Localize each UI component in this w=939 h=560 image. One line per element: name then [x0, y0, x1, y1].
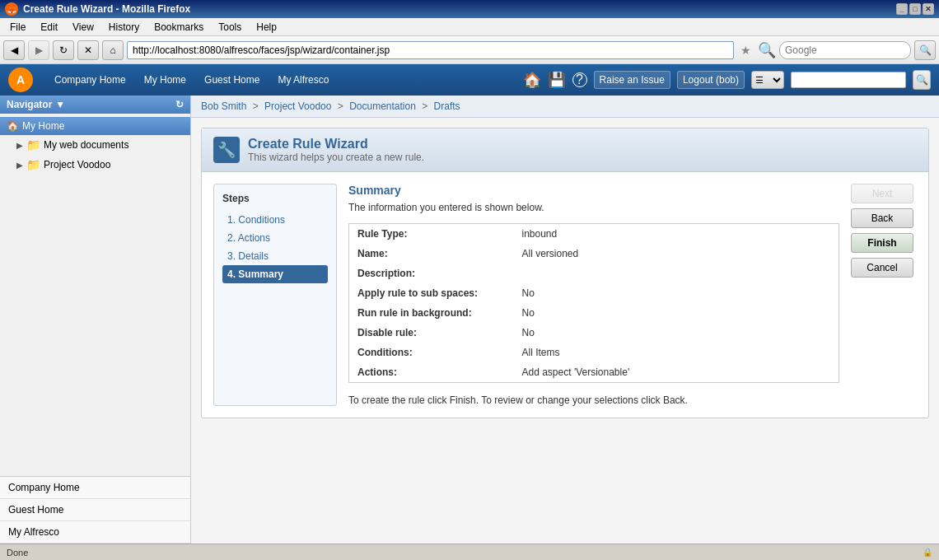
cancel-button[interactable]: Cancel	[851, 258, 913, 278]
menu-view[interactable]: View	[66, 20, 100, 35]
search-input[interactable]	[779, 41, 911, 59]
breadcrumb-bob[interactable]: Bob Smith	[201, 100, 246, 112]
field-value-name: All versioned	[514, 244, 839, 264]
step-summary[interactable]: 4. Summary	[222, 265, 328, 283]
forward-button[interactable]: ▶	[28, 40, 49, 60]
table-row: Run rule in background: No	[349, 303, 839, 323]
folder-icon-2: 📁	[26, 158, 40, 171]
back-button-wizard[interactable]: Back	[851, 208, 913, 228]
summary-table: Rule Type: inbound Name: All versioned D…	[348, 223, 839, 383]
finish-button[interactable]: Finish	[851, 233, 913, 253]
bookmark-star[interactable]: ★	[737, 44, 754, 57]
nav-company-home[interactable]: Company Home	[46, 71, 134, 89]
sidebar-guest-home[interactable]: Guest Home	[0, 499, 190, 521]
field-value-background: No	[514, 303, 839, 323]
wizard-header: 🔧 Create Rule Wizard This wizard helps y…	[202, 128, 928, 172]
close-button[interactable]: ✕	[923, 3, 934, 15]
minimize-button[interactable]: _	[896, 3, 908, 15]
nav-my-alfresco[interactable]: My Alfresco	[269, 71, 337, 89]
field-value-disable: No	[514, 323, 839, 343]
maximize-button[interactable]: □	[909, 3, 921, 15]
header-search-button[interactable]: 🔍	[913, 70, 931, 90]
menu-tools[interactable]: Tools	[212, 20, 248, 35]
home-button[interactable]: ⌂	[102, 40, 124, 60]
logout-button[interactable]: Logout (bob)	[677, 71, 745, 89]
step-details[interactable]: 3. Details	[222, 247, 328, 265]
main-layout: Navigator ▼ ↻ 🏠 My Home ▶ 📁 My web docum…	[0, 96, 939, 544]
wizard-body: Steps 1. Conditions 2. Actions 3. Detail…	[202, 172, 928, 418]
steps-panel: Steps 1. Conditions 2. Actions 3. Detail…	[213, 184, 337, 406]
sidebar-bottom: Company Home Guest Home My Alfresco	[0, 476, 190, 544]
sidebar-item-project-voodoo[interactable]: ▶ 📁 Project Voodoo	[0, 155, 190, 175]
sidebar-item-my-home[interactable]: 🏠 My Home	[0, 117, 190, 135]
summary-title: Summary	[348, 184, 839, 197]
status-bar: Done 🔒	[0, 544, 939, 560]
table-row: Name: All versioned	[349, 244, 839, 264]
breadcrumb-docs[interactable]: Documentation	[349, 100, 416, 112]
window-controls: _ □ ✕	[896, 3, 934, 15]
summary-footer: To create the rule click Finish. To revi…	[348, 394, 839, 406]
url-input[interactable]	[127, 41, 734, 59]
navigator-dropdown-icon[interactable]: ▼	[55, 99, 65, 110]
field-label-subspaces: Apply rule to sub spaces:	[349, 283, 514, 303]
sidebar-item-my-web-docs[interactable]: ▶ 📁 My web documents	[0, 135, 190, 155]
nav-my-home[interactable]: My Home	[136, 71, 194, 89]
arrow-icon: ▶	[16, 141, 23, 150]
menu-history[interactable]: History	[102, 20, 146, 35]
step-conditions[interactable]: 1. Conditions	[222, 211, 328, 229]
field-label-conditions: Conditions:	[349, 343, 514, 362]
status-text: Done	[7, 548, 28, 558]
header-icon-2[interactable]: 💾	[548, 71, 566, 89]
app-nav: Company Home My Home Guest Home My Alfre…	[46, 71, 510, 89]
sidebar-refresh-icon[interactable]: ↻	[175, 99, 184, 110]
sidebar-company-home[interactable]: Company Home	[0, 477, 190, 499]
steps-title: Steps	[222, 193, 328, 204]
summary-intro: The information you entered is shown bel…	[348, 202, 839, 213]
table-row: Rule Type: inbound	[349, 224, 839, 245]
home-icon: 🏠	[7, 120, 19, 132]
firefox-icon: 🦊	[5, 2, 18, 16]
refresh-button[interactable]: ↻	[53, 40, 74, 60]
view-selector[interactable]: ☰	[751, 71, 784, 89]
field-label-disable: Disable rule:	[349, 323, 514, 343]
menu-bar: File Edit View History Bookmarks Tools H…	[0, 18, 939, 36]
wizard-container: 🔧 Create Rule Wizard This wizard helps y…	[201, 128, 929, 418]
window-title: Create Rule Wizard - Mozilla Firefox	[23, 3, 190, 15]
menu-edit[interactable]: Edit	[34, 20, 64, 35]
header-search-input[interactable]	[791, 72, 906, 88]
navigator-label: Navigator	[7, 99, 52, 110]
raise-issue-button[interactable]: Raise an Issue	[594, 71, 670, 89]
summary-panel: Summary The information you entered is s…	[348, 184, 839, 406]
app-logo: A	[8, 68, 33, 92]
menu-bookmarks[interactable]: Bookmarks	[147, 20, 210, 35]
menu-help[interactable]: Help	[250, 20, 283, 35]
google-icon: 🔍	[758, 41, 776, 59]
menu-file[interactable]: File	[3, 20, 32, 35]
field-label-background: Run rule in background:	[349, 303, 514, 323]
header-icon-help[interactable]: ?	[572, 72, 587, 87]
field-label-actions: Actions:	[349, 362, 514, 383]
folder-icon: 📁	[26, 138, 40, 152]
breadcrumb-drafts[interactable]: Drafts	[434, 100, 460, 112]
header-icon-1[interactable]: 🏠	[523, 71, 541, 89]
step-actions[interactable]: 2. Actions	[222, 229, 328, 247]
breadcrumb-project[interactable]: Project Voodoo	[264, 100, 331, 112]
wizard-subtitle: This wizard helps you create a new rule.	[248, 152, 424, 163]
search-button[interactable]: 🔍	[914, 40, 936, 60]
action-buttons: Next Back Finish Cancel	[851, 184, 917, 406]
back-button[interactable]: ◀	[3, 40, 25, 60]
nav-guest-home[interactable]: Guest Home	[196, 71, 268, 89]
sidebar-header: Navigator ▼ ↻	[0, 96, 190, 114]
next-button[interactable]: Next	[851, 184, 913, 203]
table-row: Apply rule to sub spaces: No	[349, 283, 839, 303]
sidebar-my-alfresco[interactable]: My Alfresco	[0, 521, 190, 544]
status-icon: 🔒	[923, 548, 932, 557]
field-value-ruletype: inbound	[514, 224, 839, 245]
app-header: A Company Home My Home Guest Home My Alf…	[0, 64, 939, 96]
wizard-icon: 🔧	[213, 137, 240, 163]
field-label-ruletype: Rule Type:	[349, 224, 514, 245]
content-area: Bob Smith > Project Voodoo > Documentati…	[191, 96, 939, 544]
breadcrumb: Bob Smith > Project Voodoo > Documentati…	[191, 96, 939, 118]
table-row: Description:	[349, 264, 839, 283]
stop-button[interactable]: ✕	[77, 40, 99, 60]
